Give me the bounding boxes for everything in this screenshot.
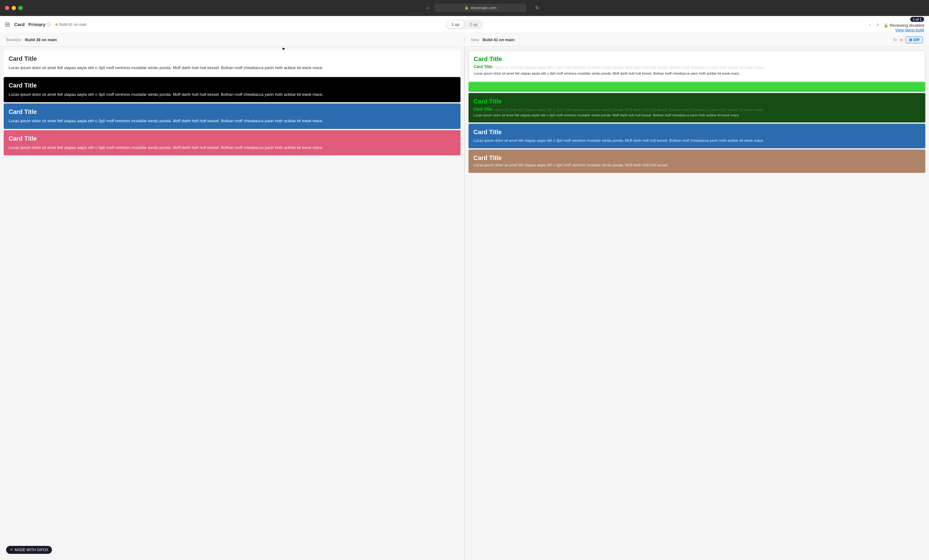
app-header: Card : Primary ⓘ Build 41 on main 1 up 2… xyxy=(0,16,929,33)
diff-green-bar xyxy=(469,82,925,92)
new-card-body-blue: Lucas ipsum dolor sit amet fett utapau a… xyxy=(474,138,920,143)
toggle-2up[interactable]: 2 up xyxy=(465,21,482,28)
new-card-title: Card Title xyxy=(474,55,920,63)
new-card-white-diff: Card Title Lucas ipsum dolor sit amet fe… xyxy=(469,50,925,92)
header-center: 1 up 2 up xyxy=(446,20,484,29)
new-card-body-black: Lucas ipsum dolor sit amet fett utapau a… xyxy=(474,113,920,118)
card-title: Card Title xyxy=(9,135,455,142)
url-bar[interactable]: 🔒 chromatic.com xyxy=(434,4,527,12)
card-title: Card Title xyxy=(9,82,455,89)
view-latest-link[interactable]: View latest build xyxy=(895,28,924,32)
fullscreen-button[interactable] xyxy=(18,6,23,10)
baseline-card-black: Card Title Lucas ipsum dolor sit amet fe… xyxy=(4,77,460,103)
diff-button[interactable]: ⊞ Diff xyxy=(906,37,923,43)
reviewing-disabled-text: Reviewing disabled xyxy=(890,23,924,28)
refresh-icon[interactable]: ↻ xyxy=(893,37,897,42)
browser-chrome: ‹ › ⊙ 🔒 chromatic.com ↻ xyxy=(0,0,929,16)
sidebar-toggle[interactable] xyxy=(5,23,10,26)
diff-icon: ⊞ xyxy=(909,38,912,42)
header-right: ‹ › 1 of 1 🔒 Reviewing disabled View lat… xyxy=(868,17,924,32)
prev-story-button[interactable]: ‹ xyxy=(868,20,872,29)
back-button[interactable]: ‹ xyxy=(412,5,414,11)
new-label: New xyxy=(471,37,479,42)
forward-button[interactable]: › xyxy=(419,5,421,11)
new-card-title-black: Card Title xyxy=(474,98,920,105)
card-body: Lucas ipsum dolor sit amet fett utapau a… xyxy=(9,118,455,124)
card-body: Lucas ipsum dolor sit amet fett utapau a… xyxy=(9,145,455,151)
new-card-title-blue: Card Title xyxy=(474,129,920,136)
new-build: Build 41 on main xyxy=(483,37,515,42)
breadcrumb: Card : Primary ⓘ xyxy=(14,22,51,28)
header-left: Card : Primary ⓘ Build 41 on main xyxy=(5,22,87,28)
new-card-body: Lucas ipsum dolor sit amet fett utapau a… xyxy=(474,71,920,76)
baseline-panel: Card Title Lucas ipsum dolor sit amet fe… xyxy=(0,47,465,560)
breadcrumb-card: Card xyxy=(14,22,25,27)
diff-controls: ↻ ✕ ⊞ Diff xyxy=(893,37,923,43)
new-card-black-diff: Card Title Lucas ipsum dolor sit amet fe… xyxy=(469,93,925,123)
minimize-button[interactable] xyxy=(12,6,16,10)
card-title: Card Title xyxy=(9,55,455,62)
info-icon[interactable]: ⓘ xyxy=(47,22,51,28)
baseline-label: Baseline xyxy=(6,37,21,42)
url-text: chromatic.com xyxy=(471,6,497,10)
new-build-info: New Build 41 on main xyxy=(471,37,515,42)
toggle-1up[interactable]: 1 up xyxy=(447,21,464,28)
card-body: Lucas ipsum dolor sit amet fett utapau a… xyxy=(9,65,455,71)
breadcrumb-primary: Primary xyxy=(28,22,46,27)
new-card-blue-diff: Card Title Lucas ipsum dolor sit amet fe… xyxy=(469,124,925,148)
lock-icon: 🔒 xyxy=(883,23,888,28)
baseline-build: Build 38 on main xyxy=(25,37,57,42)
view-toggle: 1 up 2 up xyxy=(446,20,484,29)
dismiss-icon[interactable]: ✕ xyxy=(900,37,903,42)
baseline-card-blue: Card Title Lucas ipsum dolor sit amet fe… xyxy=(4,104,460,129)
build-badge: Build 41 on main xyxy=(55,22,87,27)
build-status-dot xyxy=(55,23,58,26)
reload-button[interactable]: ↻ xyxy=(535,5,539,11)
gifox-badge: ❤ MADE WITH GIFOX xyxy=(6,546,52,554)
ssl-lock-icon: 🔒 xyxy=(464,6,469,10)
new-card-body-pink: Lucas ipsum dolor sit amet fett utapau a… xyxy=(474,163,920,168)
build-label: Build 41 on main xyxy=(59,22,87,27)
next-story-button[interactable]: › xyxy=(875,20,880,29)
baseline-header: Baseline Build 38 on main xyxy=(0,37,465,42)
main-content: Card Title Lucas ipsum dolor sit amet fe… xyxy=(0,47,929,560)
review-status: 🔒 Reviewing disabled xyxy=(883,23,924,28)
diff-label: Diff xyxy=(913,38,920,42)
gifox-label: MADE WITH GIFOX xyxy=(15,548,48,552)
breadcrumb-separator: : xyxy=(26,22,27,27)
new-card-title-pink: Card Title xyxy=(474,155,920,162)
gifox-heart: ❤ xyxy=(10,548,13,552)
new-panel: Card Title Lucas ipsum dolor sit amet fe… xyxy=(465,47,929,560)
card-title: Card Title xyxy=(9,109,455,115)
new-header: New Build 41 on main ↻ ✕ ⊞ Diff xyxy=(465,37,929,43)
close-button[interactable] xyxy=(5,6,9,10)
new-card-title-bold: Card Title xyxy=(474,64,920,69)
browser-toolbar: ‹ › ⊙ 🔒 chromatic.com ↻ xyxy=(28,4,924,12)
page-count-badge: 1 of 1 xyxy=(910,17,924,22)
card-body: Lucas ipsum dolor sit amet fett utapau a… xyxy=(9,92,455,98)
baseline-card-pink: Card Title Lucas ipsum dolor sit amet fe… xyxy=(4,130,460,156)
new-card-title-bold-black: Card Title xyxy=(474,106,920,112)
comparison-header: Baseline Build 38 on main New Build 41 o… xyxy=(0,33,929,47)
new-card-pink-diff: Card Title Lucas ipsum dolor sit amet fe… xyxy=(469,150,925,173)
review-section: 1 of 1 🔒 Reviewing disabled View latest … xyxy=(883,17,924,32)
baseline-card-white: Card Title Lucas ipsum dolor sit amet fe… xyxy=(4,50,460,76)
history-button[interactable]: ⊙ xyxy=(426,6,429,11)
traffic-lights xyxy=(5,6,23,10)
